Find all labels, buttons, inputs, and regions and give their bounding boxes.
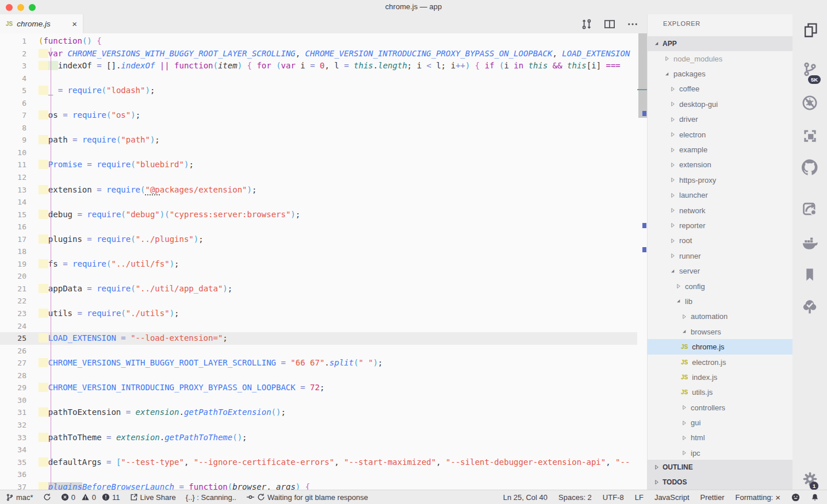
tree-item-browsers[interactable]: browsers (648, 324, 793, 339)
code-line-2[interactable]: 2 var CHROME_VERSIONS_WITH_BUGGY_ROOT_LA… (0, 48, 637, 60)
tree-item-gui[interactable]: gui (648, 415, 793, 430)
git-blame-status[interactable]: Waiting for git blame response (246, 493, 368, 502)
code-line-19[interactable]: 19 fs = require("../util/fs"); (0, 258, 637, 271)
formatter-status[interactable]: Prettier (700, 493, 725, 502)
tree-item-example[interactable]: example (648, 142, 793, 157)
tree-item-node_modules[interactable]: node_modules (648, 51, 793, 66)
code-line-26[interactable]: 26 (0, 345, 637, 357)
code-line-16[interactable]: 16 (0, 221, 637, 233)
code-line-5[interactable]: 5 _ = require("lodash"); (0, 84, 637, 97)
problems-status[interactable]: 0 0 11 (61, 493, 120, 502)
tree-item-extension[interactable]: extension (648, 157, 793, 172)
code-line-30[interactable]: 30 (0, 394, 637, 407)
encoding-status[interactable]: UTF-8 (603, 493, 624, 502)
bookmark-icon[interactable] (792, 267, 827, 290)
code-line-32[interactable]: 32 (0, 419, 637, 432)
code-line-31[interactable]: 31 pathToExtension = extension.getPathTo… (0, 406, 637, 419)
scanning-status[interactable]: {..} : Scanning.. (186, 493, 236, 502)
tree-item-ipc[interactable]: ipc (648, 445, 793, 460)
split-editor-icon[interactable] (604, 18, 615, 30)
tree-item-packages[interactable]: packages (648, 66, 793, 81)
code-line-11[interactable]: 11 Promise = require("bluebird"); (0, 159, 637, 171)
feedback-smiley-icon[interactable] (791, 493, 800, 502)
tree-item-launcher[interactable]: launcher (648, 188, 793, 203)
section-header-todos[interactable]: TODOS (648, 475, 793, 490)
docker-icon[interactable] (792, 235, 827, 258)
code-line-14[interactable]: 14 (0, 196, 637, 209)
github-icon[interactable] (792, 159, 827, 182)
formatting-status[interactable]: Formatting: × (735, 493, 780, 502)
open-changes-icon[interactable] (581, 18, 592, 30)
code-line-22[interactable]: 22 (0, 295, 637, 307)
tree-item-root[interactable]: root (648, 233, 793, 248)
code-line-33[interactable]: 33 pathToTheme = extension.getPathToThem… (0, 432, 637, 444)
code-line-8[interactable]: 8 (0, 122, 637, 134)
live-share-status[interactable]: Live Share (130, 493, 176, 502)
tree-item-config[interactable]: config (648, 279, 793, 294)
tree-item-index.js[interactable]: JSindex.js (648, 370, 793, 384)
share-arrow-icon[interactable] (792, 201, 827, 224)
sync-status[interactable] (43, 493, 51, 501)
code-line-36[interactable]: 36 (0, 468, 637, 481)
tree-item-html[interactable]: html (648, 430, 793, 445)
explorer-view-icon[interactable] (792, 22, 827, 45)
code-line-25[interactable]: 25 LOAD_EXTENSION = "--load-extension="; (0, 332, 637, 345)
code-line-6[interactable]: 6 (0, 97, 637, 110)
git-branch-status[interactable]: mac* (6, 493, 33, 502)
code-line-37[interactable]: 37 pluginsBeforeBrowserLaunch = function… (0, 481, 637, 490)
indentation-status[interactable]: Spaces: 2 (558, 493, 592, 502)
code-line-34[interactable]: 34 (0, 444, 637, 456)
debug-disabled-icon[interactable] (792, 95, 827, 118)
eol-status[interactable]: LF (635, 493, 644, 502)
code-line-28[interactable]: 28 (0, 370, 637, 382)
code-line-20[interactable]: 20 (0, 270, 637, 283)
notifications-bell-icon[interactable] (811, 493, 819, 502)
close-tab-icon[interactable]: × (72, 20, 77, 28)
tab-chrome-js[interactable]: JS chrome.js × (0, 14, 83, 33)
tree-item-https-proxy[interactable]: https-proxy (648, 172, 793, 187)
editor-scrollbar[interactable] (638, 33, 647, 118)
tree-item-desktop-gui[interactable]: desktop-gui (648, 97, 793, 111)
code-line-7[interactable]: 7 os = require("os"); (0, 109, 637, 122)
code-line-10[interactable]: 10 (0, 147, 637, 159)
code-line-3[interactable]: 3 indexOf = [].indexOf || function(item)… (0, 60, 637, 72)
code-line-35[interactable]: 35 defaultArgs = ["--test-type", "--igno… (0, 456, 637, 469)
code-line-21[interactable]: 21 appData = require("../util/app_data")… (0, 283, 637, 295)
code-line-12[interactable]: 12 (0, 171, 637, 184)
frame-square-icon[interactable] (792, 128, 827, 151)
tree-item-controllers[interactable]: controllers (648, 400, 793, 415)
code-line-9[interactable]: 9 path = require("path"); (0, 134, 637, 147)
tree-item-runner[interactable]: runner (648, 248, 793, 263)
code-line-24[interactable]: 24 (0, 320, 637, 333)
code-line-1[interactable]: 1(function() { (0, 35, 637, 48)
source-control-icon[interactable]: 5K (792, 61, 827, 84)
cursor-position-status[interactable]: Ln 25, Col 40 (503, 493, 547, 502)
code-line-29[interactable]: 29 CHROME_VERSION_INTRODUCING_PROXY_BYPA… (0, 382, 637, 394)
section-header-outline[interactable]: OUTLINE (648, 460, 793, 475)
tree-item-chrome.js[interactable]: JSchrome.js (648, 339, 793, 354)
tree-item-automation[interactable]: automation (648, 309, 793, 324)
tree-item-electron.js[interactable]: JSelectron.js (648, 355, 793, 370)
tree-item-lib[interactable]: lib (648, 294, 793, 309)
vscode-window: chrome.js — app JS chrome.js × (0, 0, 827, 504)
tree-item-server[interactable]: server (648, 263, 793, 278)
tree-item-driver[interactable]: driver (648, 112, 793, 127)
tree-item-utils.js[interactable]: JSutils.js (648, 385, 793, 400)
todo-tree-icon[interactable] (792, 299, 827, 322)
code-line-13[interactable]: 13 extension = require("@packages/extens… (0, 184, 637, 197)
more-actions-icon[interactable] (627, 18, 638, 30)
tree-item-electron[interactable]: electron (648, 127, 793, 142)
tree-item-network[interactable]: network (648, 203, 793, 218)
code-editor[interactable]: 1(function() {2 var CHROME_VERSIONS_WITH… (0, 33, 647, 490)
tree-item-reporter[interactable]: reporter (648, 218, 793, 233)
code-line-23[interactable]: 23 utils = require("./utils"); (0, 307, 637, 320)
line-number: 32 (0, 419, 26, 432)
code-line-27[interactable]: 27 CHROME_VERSIONS_WITH_BUGGY_ROOT_LAYER… (0, 357, 637, 370)
code-line-17[interactable]: 17 plugins = require("../plugins"); (0, 233, 637, 246)
section-header-app[interactable]: APP (648, 36, 793, 51)
code-line-15[interactable]: 15 debug = require("debug")("cypress:ser… (0, 209, 637, 221)
code-line-18[interactable]: 18 (0, 245, 637, 258)
code-line-4[interactable]: 4 (0, 72, 637, 85)
language-status[interactable]: JavaScript (654, 493, 690, 502)
tree-item-coffee[interactable]: coffee (648, 82, 793, 97)
